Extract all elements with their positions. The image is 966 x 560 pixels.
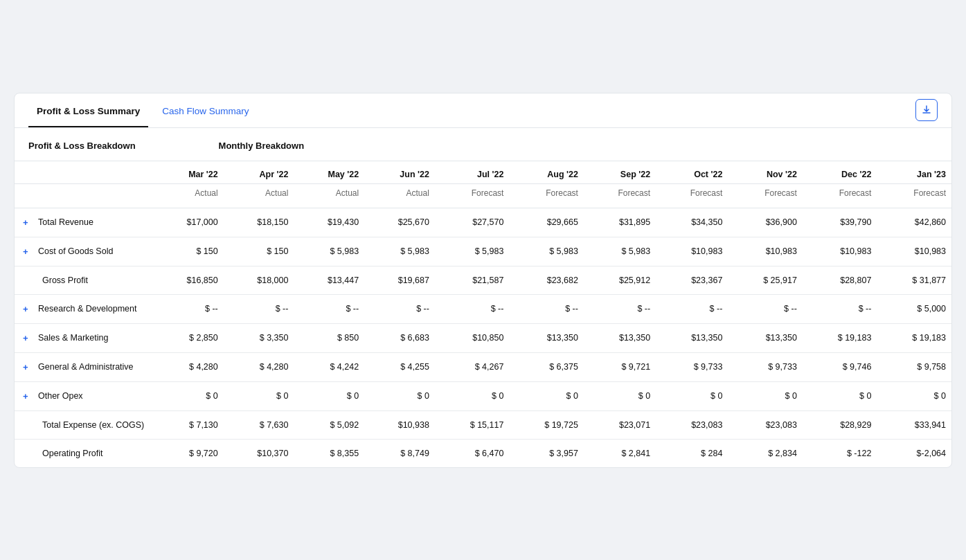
row-value-cell: $ 0 (728, 381, 803, 410)
row-label-text: Gross Profit (42, 276, 88, 285)
table-wrapper: Mar '22 Apr '22 May '22 Jun '22 Jul '22 … (15, 161, 951, 467)
download-button[interactable] (915, 99, 938, 121)
row-value-cell: $ 8,749 (364, 439, 435, 467)
row-value-cell: $ 9,733 (728, 352, 803, 381)
row-value-cell: $ 3,957 (509, 439, 584, 467)
row-value-cell: $19,687 (364, 266, 435, 294)
row-value-cell: $25,670 (364, 208, 435, 237)
table-row: +Other Opex$ 0$ 0$ 0$ 0$ 0$ 0$ 0$ 0$ 0$ … (15, 381, 951, 410)
row-value-cell: $21,587 (435, 266, 510, 294)
row-value-cell: $23,083 (728, 410, 803, 439)
month-header-row: Mar '22 Apr '22 May '22 Jun '22 Jul '22 … (15, 161, 951, 184)
row-value-cell: $ 5,983 (584, 237, 656, 266)
tab-cashflow[interactable]: Cash Flow Summary (154, 93, 257, 127)
row-label-text: Total Revenue (38, 217, 93, 227)
col-mar22: Mar '22 (153, 161, 224, 184)
row-label-cell: Total Expense (ex. COGS) (15, 410, 153, 439)
tab-pnl[interactable]: Profit & Loss Summary (28, 93, 148, 127)
type-jun22: Actual (364, 183, 435, 208)
row-value-cell: $10,850 (435, 323, 510, 352)
expand-icon[interactable]: + (23, 304, 34, 314)
table-row: +Research & Development$ --$ --$ --$ --$… (15, 294, 951, 323)
row-value-cell: $ 19,183 (803, 323, 877, 352)
row-value-cell: $ 15,117 (435, 410, 510, 439)
row-value-cell: $16,850 (153, 266, 224, 294)
col-aug22: Aug '22 (509, 161, 584, 184)
monthly-breakdown-label: Monthly Breakdown (219, 141, 305, 151)
col-apr22: Apr '22 (224, 161, 294, 184)
expand-icon[interactable]: + (23, 246, 34, 257)
row-value-cell: $ 4,267 (435, 352, 510, 381)
row-value-cell: $23,367 (656, 266, 728, 294)
row-value-cell: $13,350 (728, 323, 803, 352)
row-value-cell: $ -- (364, 294, 435, 323)
row-value-cell: $23,083 (656, 410, 728, 439)
type-sep22: Forecast (584, 183, 656, 208)
pnl-table: Mar '22 Apr '22 May '22 Jun '22 Jul '22 … (15, 161, 951, 467)
row-value-cell: $ 5,092 (294, 410, 364, 439)
row-value-cell: $28,929 (803, 410, 877, 439)
row-label-text: Other Opex (38, 391, 83, 401)
row-label-cell: +Cost of Goods Sold (15, 237, 153, 266)
expand-icon[interactable]: + (23, 362, 34, 372)
col-dec22: Dec '22 (803, 161, 877, 184)
expand-icon[interactable]: + (23, 333, 34, 343)
row-value-cell: $ 4,280 (153, 352, 224, 381)
table-row: Total Expense (ex. COGS)$ 7,130$ 7,630$ … (15, 410, 951, 439)
row-value-cell: $18,000 (224, 266, 294, 294)
type-may22: Actual (294, 183, 364, 208)
expand-icon[interactable]: + (23, 391, 34, 401)
row-value-cell: $ 3,350 (224, 323, 294, 352)
row-value-cell: $ 0 (584, 381, 656, 410)
row-value-cell: $10,983 (803, 237, 877, 266)
row-value-cell: $ 5,983 (364, 237, 435, 266)
row-label-text: Research & Development (38, 304, 136, 314)
row-value-cell: $ 31,877 (877, 266, 951, 294)
row-value-cell: $ 0 (153, 381, 224, 410)
row-value-cell: $ 5,983 (294, 237, 364, 266)
row-value-cell: $ 5,000 (877, 294, 951, 323)
col-jul22: Jul '22 (435, 161, 510, 184)
row-label-text: Total Expense (ex. COGS) (42, 420, 144, 430)
row-value-cell: $ 9,758 (877, 352, 951, 381)
row-value-cell: $ 25,917 (728, 266, 803, 294)
row-label-text: Sales & Marketing (38, 333, 108, 343)
row-value-cell: $10,983 (877, 237, 951, 266)
row-label-cell: +General & Administrative (15, 352, 153, 381)
pnl-breakdown-label: Profit & Loss Breakdown (28, 141, 136, 151)
main-card: Profit & Loss Summary Cash Flow Summary … (14, 93, 952, 468)
col-nov22: Nov '22 (728, 161, 803, 184)
row-value-cell: $ 4,242 (294, 352, 364, 381)
row-label-text: Operating Profit (42, 449, 103, 458)
row-value-cell: $ 0 (803, 381, 877, 410)
row-value-cell: $ -- (294, 294, 364, 323)
row-value-cell: $28,807 (803, 266, 877, 294)
row-value-cell: $ 0 (509, 381, 584, 410)
row-label-text: General & Administrative (38, 362, 134, 372)
row-value-cell: $ 8,355 (294, 439, 364, 467)
type-aug22: Forecast (509, 183, 584, 208)
row-value-cell: $ 9,733 (656, 352, 728, 381)
expand-icon[interactable]: + (23, 217, 34, 228)
row-value-cell: $ -- (153, 294, 224, 323)
table-row: +Cost of Goods Sold$ 150$ 150$ 5,983$ 5,… (15, 237, 951, 266)
row-value-cell: $ 150 (224, 237, 294, 266)
col-oct22: Oct '22 (656, 161, 728, 184)
row-value-cell: $ 5,983 (435, 237, 510, 266)
row-value-cell: $ 6,375 (509, 352, 584, 381)
row-value-cell: $13,350 (509, 323, 584, 352)
row-value-cell: $17,000 (153, 208, 224, 237)
row-value-cell: $18,150 (224, 208, 294, 237)
row-value-cell: $33,941 (877, 410, 951, 439)
row-value-cell: $ -- (656, 294, 728, 323)
row-value-cell: $ -- (803, 294, 877, 323)
row-label-cell: +Total Revenue (15, 208, 153, 237)
type-mar22: Actual (153, 183, 224, 208)
row-value-cell: $23,682 (509, 266, 584, 294)
sub-header: Profit & Loss Breakdown Monthly Breakdow… (15, 128, 951, 161)
col-jun22: Jun '22 (364, 161, 435, 184)
row-value-cell: $ 0 (877, 381, 951, 410)
row-value-cell: $25,912 (584, 266, 656, 294)
row-value-cell: $ 150 (153, 237, 224, 266)
row-value-cell: $13,447 (294, 266, 364, 294)
